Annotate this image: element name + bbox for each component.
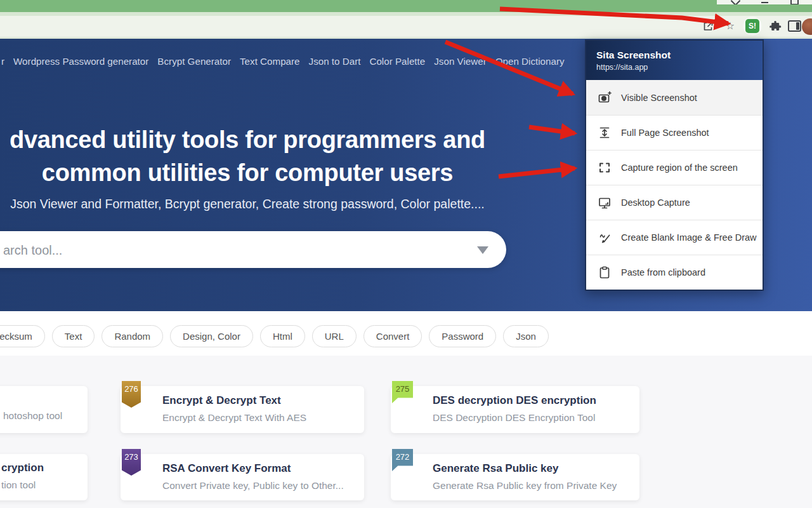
tools-section: Checksum Text Random Design, Color Html … — [0, 311, 812, 508]
site-nav: r Wordpress Password generator Bcrypt Ge… — [1, 56, 565, 67]
tool-card-encryption[interactable]: cryption tion tool — [0, 454, 88, 500]
tool-rank-badge: 272 — [392, 449, 413, 471]
tool-card-subtitle: DES Decryption DES Encryption Tool — [433, 412, 595, 424]
pill-json[interactable]: Json — [503, 325, 549, 347]
popup-item-capture-region[interactable]: Capture region of the screen — [586, 150, 763, 185]
popup-item-label: Full Page Screenshot — [621, 128, 709, 138]
popup-item-label: Desktop Capture — [621, 197, 690, 208]
popup-item-paste-from-clipboard[interactable]: Paste from clipboard — [586, 255, 763, 290]
pill-convert[interactable]: Convert — [363, 325, 422, 347]
tool-card-subtitle: Encrypt & Decrypt Text With AES — [162, 412, 306, 424]
side-panel-icon[interactable] — [787, 19, 801, 33]
hero-title-line1: dvanced utility tools for programmers an… — [0, 123, 527, 156]
desktop-capture-icon — [598, 196, 612, 210]
sita-screenshot-popup: Sita Screenshot https://sita.app Visible… — [585, 39, 764, 291]
pill-text[interactable]: Text — [52, 325, 95, 347]
tool-card-title: DES decryption DES encryption — [433, 394, 596, 407]
popup-item-visible-screenshot[interactable]: Visible Screenshot — [586, 80, 763, 115]
pill-password[interactable]: Password — [429, 325, 496, 347]
popup-url: https://sita.app — [596, 63, 763, 72]
tool-card-title: RSA Convert Key Format — [162, 462, 291, 475]
nav-item-json-to-dart[interactable]: Json to Dart — [309, 56, 361, 67]
window-controls — [717, 0, 812, 4]
pill-html[interactable]: Html — [260, 325, 305, 347]
camera-plus-icon — [598, 91, 612, 105]
pill-checksum[interactable]: Checksum — [0, 325, 45, 347]
popup-title: Sita Screenshot — [596, 50, 763, 61]
dropdown-arrow-icon[interactable] — [477, 246, 488, 254]
tool-card-title: Encrypt & Decrypt Text — [162, 394, 281, 407]
tool-card-title: Generate Rsa Public key — [433, 462, 558, 475]
popup-item-label: Visible Screenshot — [621, 93, 697, 103]
tool-card-photoshop[interactable]: hotoshop tool — [0, 386, 88, 433]
free-draw-icon — [598, 231, 612, 244]
nav-item-wordpress-password[interactable]: Wordpress Password generator — [13, 56, 148, 67]
sita-extension-icon[interactable]: S! — [745, 19, 759, 33]
tool-card-des[interactable]: 275 DES decryption DES encryption DES De… — [391, 386, 639, 433]
nav-item-open-dictionary[interactable]: Open Dictionary — [495, 56, 565, 67]
tool-card-rsa-public-key[interactable]: 272 Generate Rsa Public key Generate Rsa… — [391, 454, 639, 500]
popup-item-full-page-screenshot[interactable]: Full Page Screenshot — [586, 115, 763, 150]
popup-item-label: Create Blank Image & Free Draw — [621, 232, 757, 243]
tool-card-title: cryption — [1, 462, 44, 474]
pill-random[interactable]: Random — [102, 325, 163, 347]
profile-avatar[interactable] — [802, 18, 812, 35]
window-title-strip — [0, 0, 812, 4]
extensions-puzzle-icon[interactable] — [768, 19, 782, 33]
share-icon[interactable] — [701, 19, 715, 33]
tool-rank-badge: 275 — [392, 381, 413, 403]
hero-title: dvanced utility tools for programmers an… — [0, 123, 527, 189]
tool-card-subtitle: tion tool — [1, 479, 36, 491]
tool-search-box — [0, 231, 506, 268]
popup-item-label: Capture region of the screen — [621, 163, 738, 173]
clipboard-icon — [598, 265, 612, 279]
category-pills: Checksum Text Random Design, Color Html … — [0, 325, 549, 347]
tool-card-subtitle: hotoshop tool — [3, 410, 62, 422]
minimize-icon[interactable] — [761, 2, 768, 3]
tool-card-subtitle: Convert Private key, Public key to Other… — [162, 480, 344, 491]
tool-card-subtitle: Generate Rsa Public key from Private Key — [433, 480, 617, 491]
popup-item-desktop-capture[interactable]: Desktop Capture — [586, 185, 763, 220]
pill-design-color[interactable]: Design, Color — [170, 325, 253, 347]
tool-rank-badge: 276 — [122, 381, 141, 408]
browser-toolbar: ☆ S! — [0, 16, 812, 39]
popup-item-label: Paste from clipboard — [621, 267, 705, 277]
nav-item-fragment[interactable]: r — [1, 56, 4, 67]
nav-item-json-viewer[interactable]: Json Viewer — [434, 56, 486, 67]
pill-url[interactable]: URL — [312, 325, 357, 347]
search-input[interactable] — [2, 231, 417, 269]
tool-rank-badge: 273 — [122, 449, 141, 476]
chevron-down-icon[interactable] — [731, 0, 741, 4]
nav-item-text-compare[interactable]: Text Compare — [240, 56, 300, 67]
hero-title-line2: common utilities for computer users — [0, 156, 527, 189]
tool-card-rsa-convert[interactable]: 273 RSA Convert Key Format Convert Priva… — [121, 454, 364, 500]
nav-item-color-palette[interactable]: Color Palette — [369, 56, 425, 67]
tab-strip — [0, 4, 812, 12]
popup-item-blank-image-free-draw[interactable]: Create Blank Image & Free Draw — [586, 220, 763, 255]
region-capture-icon — [598, 161, 612, 175]
bookmark-star-icon[interactable]: ☆ — [723, 19, 737, 33]
popup-header: Sita Screenshot https://sita.app — [586, 41, 763, 80]
tool-card-encrypt-decrypt-text[interactable]: 276 Encrypt & Decrypt Text Encrypt & Dec… — [121, 386, 364, 433]
full-page-icon — [598, 126, 612, 140]
nav-item-bcrypt[interactable]: Bcrypt Generator — [157, 56, 231, 67]
hero-subtitle: Json Viewer and Formatter, Bcrypt genera… — [0, 197, 527, 211]
restore-window-icon[interactable] — [790, 0, 799, 4]
